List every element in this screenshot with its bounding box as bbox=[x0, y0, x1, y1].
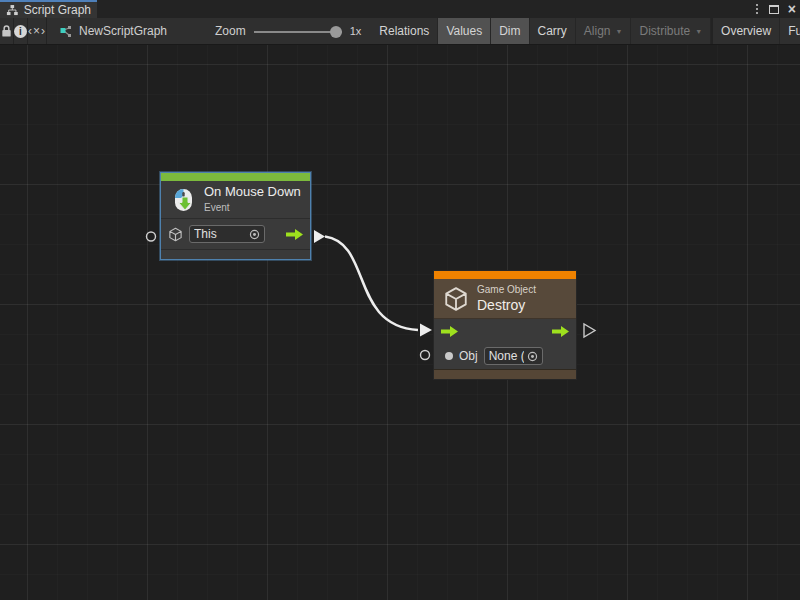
zoom-slider-handle[interactable] bbox=[330, 26, 342, 38]
full-screen-button[interactable]: Full Screen bbox=[780, 18, 800, 44]
object-input-port[interactable] bbox=[421, 351, 430, 360]
script-graph-window: Script Graph × i ‹×› bbox=[0, 0, 800, 600]
close-icon[interactable]: × bbox=[788, 2, 796, 16]
connection-arrowhead[interactable] bbox=[420, 324, 432, 337]
zoom-label: Zoom bbox=[215, 24, 246, 38]
zoom-value: 1x bbox=[350, 25, 362, 37]
connection-edge[interactable] bbox=[325, 237, 418, 331]
graph-asset-icon bbox=[59, 25, 72, 38]
graph-name: NewScriptGraph bbox=[79, 24, 167, 38]
zoom-slider-track[interactable] bbox=[254, 31, 342, 33]
lock-button[interactable] bbox=[0, 18, 14, 44]
info-icon: i bbox=[14, 25, 27, 38]
trigger-output-port[interactable] bbox=[314, 230, 325, 243]
code-icon: ‹×› bbox=[28, 24, 46, 38]
overview-button[interactable]: Overview bbox=[713, 18, 780, 44]
value-input-port[interactable] bbox=[147, 232, 156, 241]
info-button[interactable]: i bbox=[14, 18, 28, 44]
titlebar: Script Graph × bbox=[0, 0, 800, 18]
window-menu-icon[interactable] bbox=[754, 2, 760, 16]
tab-script-graph[interactable]: Script Graph bbox=[0, 0, 97, 18]
align-dropdown[interactable]: Align ▼ bbox=[576, 18, 632, 44]
inspect-code-button[interactable]: ‹×› bbox=[28, 18, 47, 44]
tab-label: Script Graph bbox=[24, 3, 91, 17]
graph-breadcrumb[interactable]: NewScriptGraph bbox=[47, 18, 167, 44]
zoom-slider[interactable] bbox=[254, 18, 342, 45]
values-button[interactable]: Values bbox=[438, 18, 491, 44]
relations-button[interactable]: Relations bbox=[371, 18, 438, 44]
chevron-down-icon: ▼ bbox=[616, 28, 623, 35]
dim-button[interactable]: Dim bbox=[491, 18, 529, 44]
lock-icon bbox=[0, 24, 13, 38]
maximize-icon[interactable] bbox=[769, 5, 779, 14]
graph-canvas[interactable]: On Mouse Down Event This bbox=[0, 45, 800, 600]
flow-output-port[interactable] bbox=[584, 324, 595, 337]
hierarchy-icon bbox=[6, 4, 19, 16]
edges-overlay bbox=[0, 45, 800, 600]
distribute-dropdown[interactable]: Distribute ▼ bbox=[631, 18, 711, 44]
graph-toolbar: i ‹×› NewScriptGraph Zoom 1x R bbox=[0, 18, 800, 45]
carry-button[interactable]: Carry bbox=[530, 18, 576, 44]
chevron-down-icon: ▼ bbox=[695, 28, 702, 35]
